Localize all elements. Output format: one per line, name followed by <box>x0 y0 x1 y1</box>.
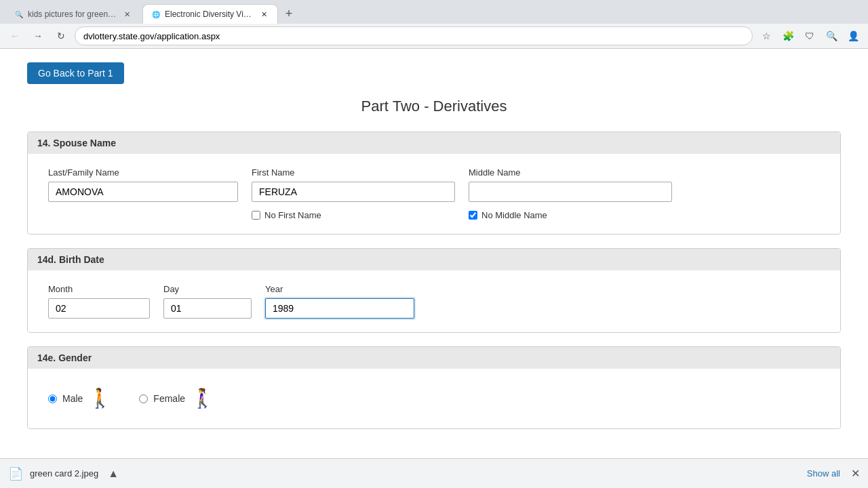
male-label: Male <box>62 393 83 404</box>
female-icon: 🚶‍♀️ <box>191 389 214 408</box>
browser-chrome: 🔍 kids pictures for green card - Go... ✕… <box>0 0 868 49</box>
address-input[interactable] <box>75 26 753 45</box>
no-first-name-label: No First Name <box>264 210 321 220</box>
address-bar-row: ← → ↻ ☆ 🧩 🛡 🔍 👤 <box>0 24 868 48</box>
spouse-name-section: 14. Spouse Name Last/Family Name First N… <box>27 131 841 235</box>
page-content: Go Back to Part 1 Part Two - Derivatives… <box>0 49 868 456</box>
profile-icon[interactable]: 👤 <box>844 26 863 45</box>
gender-section: 14e. Gender Male 🚶 Female 🚶‍♀️ <box>27 346 841 429</box>
day-label: Day <box>163 284 252 294</box>
new-tab-button[interactable]: + <box>279 5 298 24</box>
reload-button[interactable]: ↻ <box>52 26 71 45</box>
last-name-group: Last/Family Name <box>48 167 238 202</box>
extension-icon-1[interactable]: 🧩 <box>778 26 797 45</box>
tab-bar: 🔍 kids pictures for green card - Go... ✕… <box>0 0 868 24</box>
middle-name-input[interactable] <box>469 182 672 202</box>
male-icon: 🚶 <box>88 389 112 408</box>
forward-button[interactable]: → <box>28 26 47 45</box>
no-middle-name-checkbox[interactable] <box>469 211 477 220</box>
first-name-input[interactable] <box>252 182 455 202</box>
extension-icon-2[interactable]: 🛡 <box>800 26 819 45</box>
no-middle-name-label: No Middle Name <box>481 210 547 220</box>
female-label: Female <box>153 393 185 404</box>
gender-row: Male 🚶 Female 🚶‍♀️ <box>48 382 820 415</box>
zoom-icon[interactable]: 🔍 <box>822 26 841 45</box>
tab-1[interactable]: 🔍 kids pictures for green card - Go... ✕ <box>5 4 141 24</box>
tab-2-favicon: 🌐 <box>151 9 161 19</box>
gender-header: 14e. Gender <box>28 347 840 369</box>
first-name-group: First Name No First Name <box>252 167 455 220</box>
female-option: Female 🚶‍♀️ <box>139 389 214 408</box>
birth-date-section: 14d. Birth Date Month Day Year <box>27 248 841 333</box>
gender-body: Male 🚶 Female 🚶‍♀️ <box>28 369 840 428</box>
male-option: Male 🚶 <box>48 389 112 408</box>
year-label: Year <box>265 284 414 294</box>
spouse-name-body: Last/Family Name First Name No First Nam… <box>28 154 840 234</box>
tab-1-title: kids pictures for green card - Go... <box>28 9 117 19</box>
toolbar-icons: ☆ 🧩 🛡 🔍 👤 <box>757 26 863 45</box>
middle-name-label: Middle Name <box>469 167 672 178</box>
last-name-label: Last/Family Name <box>48 167 238 178</box>
day-group: Day <box>163 284 252 319</box>
spouse-name-header: 14. Spouse Name <box>28 132 840 154</box>
month-input[interactable] <box>48 298 150 319</box>
tab-2[interactable]: 🌐 Electronic Diversity Visa Lottery ✕ <box>142 4 278 24</box>
month-group: Month <box>48 284 150 319</box>
birth-date-body: Month Day Year <box>28 270 840 332</box>
birth-date-header: 14d. Birth Date <box>28 249 840 270</box>
spouse-name-row: Last/Family Name First Name No First Nam… <box>48 167 820 220</box>
day-input[interactable] <box>163 298 252 319</box>
back-button[interactable]: ← <box>5 26 24 45</box>
tab-2-title: Electronic Diversity Visa Lottery <box>165 9 254 19</box>
male-radio[interactable] <box>48 394 57 403</box>
page-title: Part Two - Derivatives <box>27 98 841 115</box>
tab-2-close[interactable]: ✕ <box>258 9 269 20</box>
no-first-name-checkbox[interactable] <box>252 211 260 220</box>
no-first-name-row: No First Name <box>252 210 455 220</box>
first-name-label: First Name <box>252 167 455 178</box>
no-middle-name-row: No Middle Name <box>469 210 672 220</box>
female-radio[interactable] <box>139 394 148 403</box>
tab-1-close[interactable]: ✕ <box>121 9 132 20</box>
year-group: Year <box>265 284 414 319</box>
month-label: Month <box>48 284 150 294</box>
last-name-input[interactable] <box>48 182 238 202</box>
go-back-button[interactable]: Go Back to Part 1 <box>27 62 124 84</box>
birth-date-row: Month Day Year <box>48 284 820 319</box>
middle-name-group: Middle Name No Middle Name <box>469 167 672 220</box>
tab-1-favicon: 🔍 <box>14 9 24 19</box>
year-input[interactable] <box>265 298 414 319</box>
bookmark-icon[interactable]: ☆ <box>757 26 776 45</box>
